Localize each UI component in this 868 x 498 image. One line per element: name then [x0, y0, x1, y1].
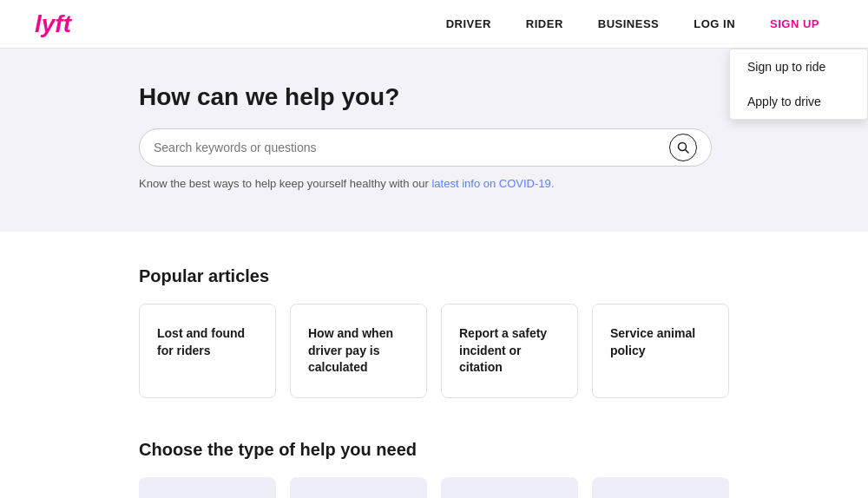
- main-content: Popular articles Lost and found for ride…: [0, 232, 868, 498]
- search-bar: [139, 128, 712, 167]
- article-safety-incident[interactable]: Report a safety incident or citation: [441, 304, 578, 398]
- help-report-accident[interactable]: Report accident: [592, 477, 729, 498]
- dropdown-signup-ride[interactable]: Sign up to ride: [730, 49, 867, 84]
- covid-note: Know the best ways to help keep yourself…: [139, 177, 833, 190]
- covid-link[interactable]: latest info on COVID-19.: [431, 177, 554, 190]
- lyft-logo: lyft: [35, 10, 71, 38]
- nav-left: lyft: [35, 10, 71, 38]
- articles-grid: Lost and found for riders How and when d…: [139, 304, 729, 398]
- help-types-title: Choose the type of help you need: [139, 440, 729, 460]
- help-driving-lyft[interactable]: Driving with Lyft: [139, 477, 276, 498]
- help-grid: Driving with Lyft Riding with Lyft: [139, 477, 729, 498]
- nav-signup[interactable]: SIGN UP: [756, 10, 833, 37]
- article-service-animal[interactable]: Service animal policy: [592, 304, 729, 398]
- nav-rider[interactable]: RIDER: [512, 10, 577, 37]
- navigation: lyft DRIVER RIDER BUSINESS LOG IN SIGN U…: [0, 0, 868, 49]
- help-riding-lyft[interactable]: Riding with Lyft: [290, 477, 427, 498]
- svg-line-1: [686, 150, 689, 154]
- article-driver-pay[interactable]: How and when driver pay is calculated: [290, 304, 427, 398]
- dropdown-apply-drive[interactable]: Apply to drive: [730, 84, 867, 119]
- popular-articles-title: Popular articles: [139, 266, 729, 286]
- nav-right: DRIVER RIDER BUSINESS LOG IN SIGN UP Sig…: [432, 10, 833, 37]
- search-icon: [677, 141, 689, 154]
- nav-driver[interactable]: DRIVER: [432, 10, 505, 37]
- signup-dropdown: Sign up to ride Apply to drive: [729, 49, 868, 120]
- nav-login[interactable]: LOG IN: [680, 10, 749, 37]
- search-button[interactable]: [669, 134, 697, 161]
- nav-business[interactable]: BUSINESS: [584, 10, 673, 37]
- help-applying-drive[interactable]: Applying to drive: [441, 477, 578, 498]
- search-input[interactable]: [154, 141, 669, 154]
- article-lost-found[interactable]: Lost and found for riders: [139, 304, 276, 398]
